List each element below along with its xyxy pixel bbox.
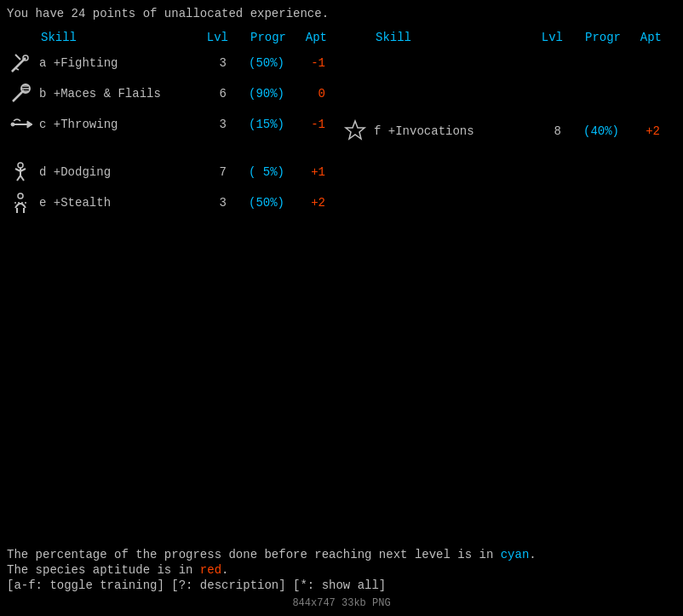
skill-key-a: a + <box>39 56 60 70</box>
right-header-apt: Apt <box>628 31 662 44</box>
left-header: Skill Lvl Progr Apt <box>7 31 342 44</box>
maces-icon <box>7 80 34 107</box>
footer-line2-highlight: red <box>200 563 221 577</box>
footer-line1-pre: The percentage of the progress done befo… <box>7 548 501 561</box>
main-container: You have 24 points of unallocated experi… <box>0 0 683 220</box>
skill-key-e: e + <box>39 196 60 210</box>
skill-apt-c: -1 <box>291 118 325 131</box>
right-skills-rows: f + Invocations8(40%)+2 <box>342 49 676 145</box>
left-skills-column: Skill Lvl Progr Apt a + Fighting3(50%)-1… <box>7 31 342 220</box>
skill-name-area-b: b + Maces & Flails <box>39 87 192 101</box>
skill-progr-f: (40%) <box>568 124 619 138</box>
svg-point-17 <box>18 193 23 199</box>
footer-area: The percentage of the progress done befo… <box>7 548 537 592</box>
left-header-lvl: Lvl <box>194 31 228 44</box>
dodging-icon <box>7 158 34 186</box>
image-info: 844x747 33kb PNG <box>292 597 390 609</box>
skill-name-e: Stealth <box>60 196 111 210</box>
right-header-progr: Progr <box>570 31 621 44</box>
throwing-icon <box>7 111 34 138</box>
skill-row-a[interactable]: a + Fighting3(50%)-1 <box>7 49 342 77</box>
skill-row-e[interactable]: e + Stealth3(50%)+2 <box>7 189 342 216</box>
footer-line2-post: . <box>221 563 228 577</box>
footer-line1-post: . <box>529 548 536 561</box>
left-skills-rows: a + Fighting3(50%)-1 b + Maces & Flails6… <box>7 49 342 216</box>
skill-row-c[interactable]: c + Throwing3(15%)-1 <box>7 111 342 138</box>
skill-name-area-a: a + Fighting <box>39 56 192 70</box>
skill-name-area-d: d + Dodging <box>39 165 192 179</box>
left-header-progr: Progr <box>235 31 286 44</box>
skill-key-d: d + <box>39 165 60 179</box>
skill-apt-e: +2 <box>291 196 325 210</box>
skill-name-c: Throwing <box>60 118 118 131</box>
stealth-icon <box>7 189 34 216</box>
svg-line-16 <box>20 176 24 181</box>
invocations-icon <box>342 118 369 145</box>
left-header-skill: Skill <box>41 31 194 44</box>
skill-name-area-c: c + Throwing <box>39 118 192 131</box>
right-header-lvl: Lvl <box>529 31 563 44</box>
skill-row-b[interactable]: b + Maces & Flails6(90%)0 <box>7 80 342 107</box>
skill-apt-f: +2 <box>626 124 660 138</box>
skill-lvl-d: 7 <box>192 165 227 179</box>
skill-progr-e: (50%) <box>233 196 284 210</box>
svg-line-1 <box>15 55 20 60</box>
skill-lvl-e: 3 <box>192 196 227 210</box>
skill-name-a: Fighting <box>60 56 118 70</box>
svg-point-11 <box>18 163 23 168</box>
skill-name-d: Dodging <box>60 165 111 179</box>
skill-key-b: b + <box>39 87 60 101</box>
skill-progr-c: (15%) <box>233 118 284 131</box>
right-header: Skill Lvl Progr Apt <box>342 31 676 44</box>
unallocated-text: You have 24 points of unallocated experi… <box>7 7 676 20</box>
skill-apt-b: 0 <box>291 87 325 101</box>
footer-line1: The percentage of the progress done befo… <box>7 548 537 561</box>
right-skills-column: Skill Lvl Progr Apt f + Invocations8(40%… <box>342 31 676 220</box>
skill-name-area-e: e + Stealth <box>39 196 192 210</box>
svg-marker-21 <box>346 121 364 139</box>
skill-progr-b: (90%) <box>233 87 284 101</box>
right-header-skill: Skill <box>376 31 529 44</box>
skill-apt-d: +1 <box>291 165 325 179</box>
skill-progr-d: ( 5%) <box>233 165 284 179</box>
svg-marker-9 <box>27 121 32 128</box>
footer-line2-pre: The species aptitude is in <box>7 563 200 577</box>
skill-name-area-f: f + Invocations <box>374 124 527 138</box>
skill-name-b: Maces & Flails <box>60 87 161 101</box>
svg-point-10 <box>11 123 14 126</box>
skill-apt-a: -1 <box>291 56 325 70</box>
skill-name-f: Invocations <box>395 124 474 138</box>
footer-controls: [a-f: toggle training] [?: description] … <box>7 579 537 592</box>
skill-row-f[interactable]: f + Invocations8(40%)+2 <box>342 118 676 145</box>
skill-progr-a: (50%) <box>233 56 284 70</box>
skill-lvl-b: 6 <box>192 87 227 101</box>
spacer-cd <box>7 141 342 158</box>
footer-line2: The species aptitude is in red. <box>7 563 537 577</box>
skill-key-f: f + <box>374 124 395 138</box>
skills-area: Skill Lvl Progr Apt a + Fighting3(50%)-1… <box>7 31 676 220</box>
fighting-icon <box>7 49 34 77</box>
left-header-apt: Apt <box>293 31 327 44</box>
skill-lvl-c: 3 <box>192 118 227 131</box>
skill-row-d[interactable]: d + Dodging7( 5%)+1 <box>7 158 342 186</box>
skill-lvl-a: 3 <box>192 56 227 70</box>
skill-key-c: c + <box>39 118 60 131</box>
skill-lvl-f: 8 <box>527 124 561 138</box>
right-col-spacer <box>342 49 676 118</box>
footer-line1-highlight: cyan <box>501 548 530 561</box>
